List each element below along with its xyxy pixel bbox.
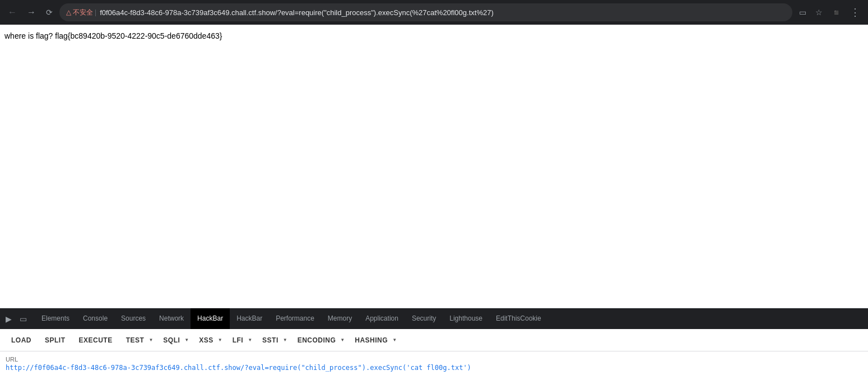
address-bar[interactable]: △ 不安全 | f0f06a4c-f8d3-48c6-978a-3c739af3… (59, 3, 792, 21)
back-button[interactable]: ← (4, 5, 20, 20)
flag-text: where is flag? flag{bc89420b-9520-4222-9… (4, 31, 864, 40)
bookmark-button[interactable]: ☆ (812, 6, 826, 19)
extensions-button[interactable]: ◾ (828, 6, 844, 19)
cast-button[interactable]: ▭ (796, 6, 810, 19)
security-label: 不安全 (73, 8, 93, 17)
warning-icon: △ (66, 8, 71, 16)
url-domain: f0f06a4c-f8d3-48c6-978a-3c739af3c649.cha… (100, 8, 494, 17)
separator: | (95, 8, 96, 16)
reload-button[interactable]: ⟳ (43, 6, 56, 19)
browser-chrome: ← → ⟳ △ 不安全 | f0f06a4c-f8d3-48c6-978a-3c… (0, 0, 868, 25)
menu-button[interactable]: ⋮ (847, 4, 864, 21)
forward-button[interactable]: → (24, 5, 39, 20)
chrome-actions: ▭ ☆ ◾ ⋮ (796, 4, 864, 21)
url-text: f0f06a4c-f8d3-48c6-978a-3c739af3c649.cha… (100, 8, 786, 17)
page-content: where is flag? flag{bc89420b-9520-4222-9… (0, 25, 868, 260)
security-warning: △ 不安全 | (66, 8, 96, 17)
